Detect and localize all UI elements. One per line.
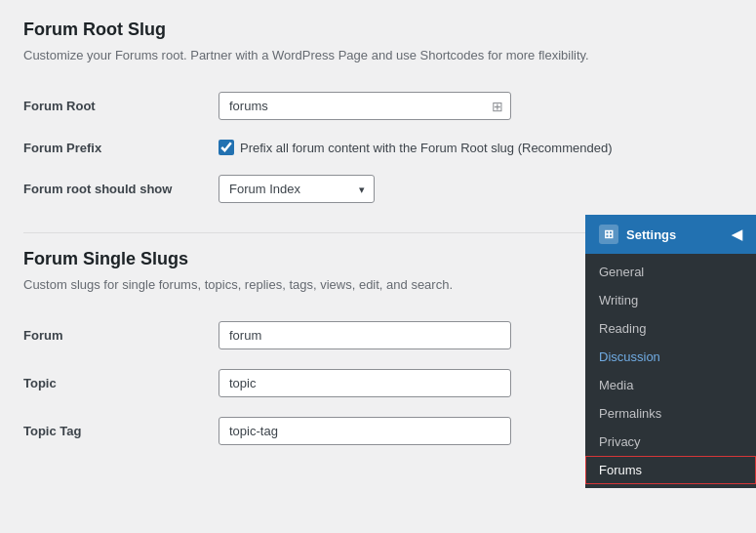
list-item: Privacy [585,428,756,456]
settings-writing-link[interactable]: Writing [585,286,756,314]
settings-reading-link[interactable]: Reading [585,314,756,343]
forum-root-show-wrap: Forum Index Forum Archive Nothing ▾ [219,175,375,203]
settings-icon-glyph: ⊞ [604,227,614,241]
list-item: Media [585,371,756,399]
flyout-collapse-arrow[interactable]: ◀ [732,226,742,242]
forum-prefix-checkbox-label[interactable]: Prefix all forum content with the Forum … [219,140,718,155]
list-item: Reading [585,314,756,343]
settings-flyout-menu: ⊞ Settings ◀ General Writing Reading Dis… [585,215,756,488]
topic-tag-slug-input[interactable] [219,417,511,445]
settings-general-link[interactable]: General [585,258,756,286]
list-item: Writing [585,286,756,314]
forum-prefix-checkbox[interactable] [219,140,234,155]
flyout-header-label: Settings [626,227,676,242]
flyout-header: ⊞ Settings ◀ [585,215,756,254]
settings-icon: ⊞ [599,225,618,244]
settings-permalinks-link[interactable]: Permalinks [585,399,756,428]
settings-media-link[interactable]: Media [585,371,756,399]
flyout-menu-list: General Writing Reading Discussion Media… [585,254,756,488]
list-item: Forums [585,456,756,484]
forum-root-slug-desc: Customize your Forums root. Partner with… [23,48,718,62]
forum-root-input[interactable] [219,92,511,120]
table-row: Forum Root ⊞ [23,82,718,130]
settings-forums-link[interactable]: Forums [585,456,756,484]
topic-tag-label: Topic Tag [23,407,219,455]
forum-root-show-select[interactable]: Forum Index Forum Archive Nothing [219,175,375,203]
list-item: Discussion [585,343,756,371]
settings-discussion-link[interactable]: Discussion [585,343,756,371]
list-item: General [585,258,756,286]
forum-prefix-text: Prefix all forum content with the Forum … [240,141,613,155]
forum-root-show-label: Forum root should show [23,165,219,213]
forum-slug-input[interactable] [219,321,511,349]
list-item: Permalinks [585,399,756,428]
table-row: Forum Prefix Prefix all forum content wi… [23,130,718,165]
forum-root-label: Forum Root [23,82,219,130]
topic-slug-input[interactable] [219,369,511,397]
forum-root-field-wrap: ⊞ [219,92,511,120]
forum-prefix-label: Forum Prefix [23,130,219,165]
settings-privacy-link[interactable]: Privacy [585,428,756,456]
book-icon: ⊞ [492,99,503,114]
flyout-header-left: ⊞ Settings [599,225,676,244]
forum-root-table: Forum Root ⊞ Forum Prefix Prefix all for… [23,82,718,213]
forum-root-slug-title: Forum Root Slug [23,20,718,40]
topic-label: Topic [23,359,219,407]
forum-label: Forum [23,311,219,359]
table-row: Forum root should show Forum Index Forum… [23,165,718,213]
